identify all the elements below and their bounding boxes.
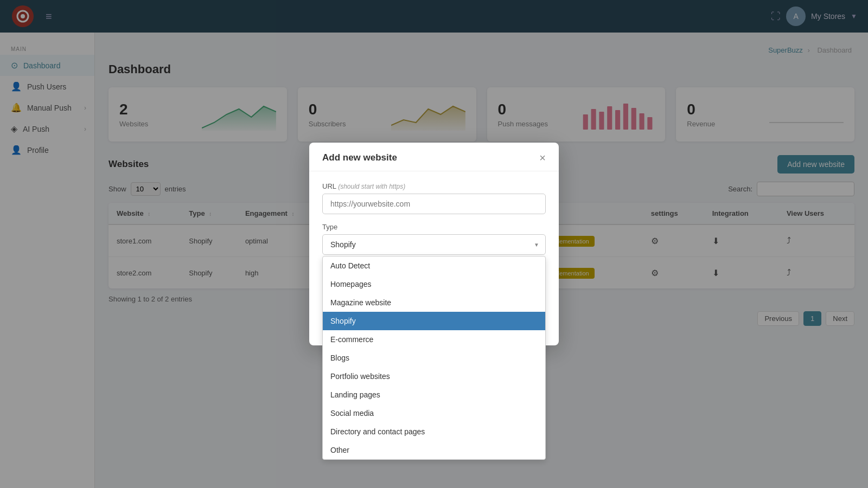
dropdown-item-other[interactable]: Other [323, 441, 545, 459]
dropdown-item-landing[interactable]: Landing pages [323, 386, 545, 404]
type-select[interactable]: Auto Detect Homepages Magazine website S… [322, 234, 546, 255]
dropdown-item-social[interactable]: Social media [323, 404, 545, 422]
modal-overlay[interactable]: Add new website × URL (should start with… [0, 0, 868, 488]
type-form-group: Type Auto Detect Homepages Magazine webs… [322, 223, 546, 255]
modal-body: URL (should start with https) Type Auto … [309, 171, 559, 305]
dropdown-item-magazine[interactable]: Magazine website [323, 293, 545, 312]
dropdown-item-shopify[interactable]: Shopify [323, 312, 545, 330]
type-label: Type [322, 223, 546, 231]
dropdown-item-blogs[interactable]: Blogs [323, 349, 545, 367]
add-website-modal: Add new website × URL (should start with… [309, 143, 559, 345]
dropdown-item-portfolio[interactable]: Portfolio websites [323, 367, 545, 386]
modal-title: Add new website [322, 152, 397, 163]
dropdown-item-ecommerce[interactable]: E-commerce [323, 330, 545, 349]
type-select-wrapper: Auto Detect Homepages Magazine website S… [322, 234, 546, 255]
url-hint: (should start with https) [338, 183, 405, 190]
modal-close-button[interactable]: × [539, 152, 546, 163]
url-form-group: URL (should start with https) [322, 182, 546, 214]
type-dropdown-list: Auto Detect Homepages Magazine website S… [322, 256, 546, 460]
modal-header: Add new website × [309, 143, 559, 171]
dropdown-item-auto-detect[interactable]: Auto Detect [323, 256, 545, 275]
url-input[interactable] [322, 194, 546, 214]
dropdown-item-homepages[interactable]: Homepages [323, 275, 545, 293]
url-label: URL (should start with https) [322, 182, 546, 190]
dropdown-item-directory[interactable]: Directory and contact pages [323, 422, 545, 441]
